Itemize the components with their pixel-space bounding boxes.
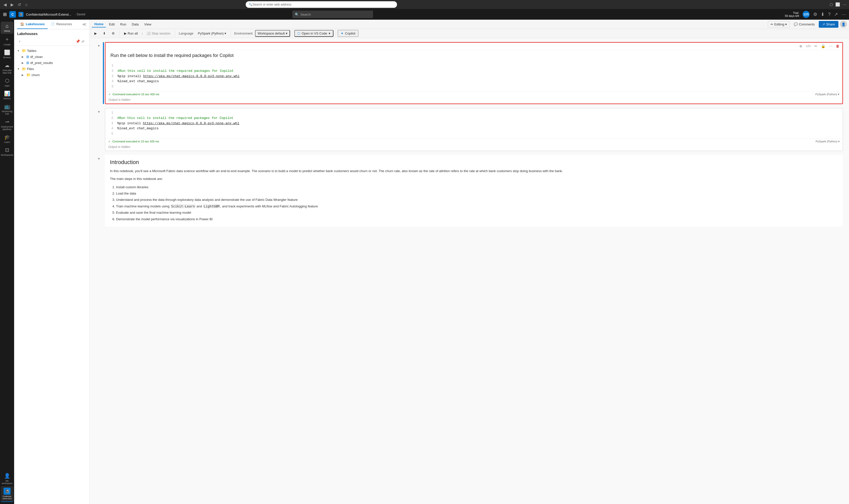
settings-icon[interactable]: ⚙ — [813, 12, 817, 17]
intro-left-bar: ▼ — [96, 155, 102, 227]
address-bar[interactable]: 🔍 Search or enter web address — [246, 1, 397, 8]
chevron-down-icon: ▼ — [17, 49, 21, 52]
left-panel-header: Lakehouses — [14, 29, 89, 38]
notebook-icon: 📓 — [18, 12, 23, 17]
collapse-intro-button[interactable]: ▼ — [97, 157, 100, 161]
output-hidden-label-2[interactable]: Output is hidden — [105, 144, 843, 151]
sidebar-item-monitoring[interactable]: 📺 Monitoring hub — [1, 102, 13, 117]
menu-bar: Home Edit Run Data View ✏ Editing ▾ 💬 Co… — [90, 20, 849, 29]
menu-item-home[interactable]: Home — [92, 21, 106, 28]
user-avatar-btn[interactable]: 👤 — [840, 21, 847, 28]
list-item: Understand and process the data through … — [116, 197, 838, 203]
comments-button[interactable]: 💬 Comments — [791, 21, 817, 27]
sidebar-item-browse[interactable]: ⬜ Browse — [1, 48, 13, 60]
user-avatar[interactable]: 12S — [802, 11, 810, 18]
language-selector[interactable]: PySpark (Python) ▾ — [196, 31, 228, 36]
swap-icon[interactable]: ⇄ — [82, 39, 85, 43]
collapse-panel-button[interactable]: ≪ — [82, 20, 87, 29]
tab-icon[interactable]: ⬜ — [835, 2, 840, 7]
download-icon[interactable]: ⬇ — [821, 12, 825, 17]
code-area-1[interactable]: 1 2 #Run this cell to install the requir… — [105, 61, 843, 91]
share-icon: ↗ — [822, 22, 825, 26]
collapse-cell-button[interactable]: ▼ — [97, 44, 100, 48]
play-icon: ▶ — [124, 32, 127, 35]
sidebar-item-onelake[interactable]: ☁ OneLake data hub — [1, 61, 13, 76]
intro-bar — [103, 155, 104, 227]
sidebar-item-myworkspace[interactable]: 👤 My workspace — [1, 471, 13, 486]
more-icon[interactable]: ⋯ — [828, 43, 833, 49]
learn-icon: 🎓 — [4, 134, 10, 140]
tree-item-tables[interactable]: ▼ 📁 Tables — [14, 48, 89, 54]
saved-indicator[interactable]: · Saved — [75, 13, 85, 16]
main-layout: ⌂ Home ＋ Create ⬜ Browse ☁ OneLake data … — [0, 20, 849, 504]
code-line-4: 4 %load_ext chat_magics — [108, 126, 840, 131]
cell-1-left-bar: ▼ — [96, 42, 102, 104]
cell-body-1[interactable]: ⊕ </> ✏ 🔒 ⋯ 🗑 Run the cell below to inst… — [105, 42, 843, 104]
help-icon[interactable]: ? — [828, 12, 831, 17]
open-vscode-button[interactable]: ⬡ Open in VS Code ▾ — [294, 30, 333, 37]
run-all-button[interactable]: ▶ Run all — [122, 31, 140, 36]
cell-body-2[interactable]: 1 2 #Run this cell to install the requir… — [105, 108, 843, 151]
stop-session-button[interactable]: ⬜ Stop session — [144, 31, 173, 36]
waffle-menu[interactable]: ⊞ — [3, 12, 7, 17]
tree-item-churn[interactable]: ▶ 📁 churn — [14, 72, 89, 78]
environment-selector[interactable]: Workspace default ▾ — [255, 30, 290, 37]
extensions-icon[interactable]: ⬡ — [830, 2, 833, 7]
code-line-5: 5 — [108, 131, 840, 137]
app-name: Confidential\Microsoft Extend... — [26, 13, 71, 16]
sidebar-item-customer[interactable]: 📓 Customer churn-513 — [1, 486, 13, 502]
code-icon[interactable]: </> — [805, 43, 812, 49]
copilot-button[interactable]: ✦ Copilot — [338, 30, 358, 37]
search-icon: 🔍 — [249, 3, 253, 6]
tab-lakehouses[interactable]: 🏠 Lakehouses — [17, 20, 48, 29]
forward-button[interactable]: ▶ — [10, 1, 15, 8]
menu-item-view[interactable]: View — [142, 21, 154, 27]
share-icon[interactable]: ↗ — [834, 12, 838, 17]
menu-item-edit[interactable]: Edit — [106, 21, 117, 27]
home-button[interactable]: ⌂ — [24, 1, 29, 8]
collapse-cell-button[interactable]: ▼ — [97, 110, 100, 114]
refresh-button[interactable]: ↺ — [17, 1, 22, 8]
chevron-right-icon: ▶ — [22, 74, 25, 76]
code-area-2[interactable]: 1 2 #Run this cell to install the requir… — [105, 108, 843, 139]
download-button[interactable]: ⬇ — [100, 31, 108, 36]
tree-item-files[interactable]: ▼ 📁 Files — [14, 66, 89, 72]
lock-icon[interactable]: 🔒 — [820, 43, 826, 49]
chevron-down-icon: ▾ — [286, 32, 288, 35]
more-icon[interactable]: ⋯ — [842, 12, 846, 17]
run-cell-button[interactable]: ▶ — [92, 31, 99, 36]
left-panel: 🏠 Lakehouses 📄 Resources ≪ Lakehouses 📌 … — [14, 20, 90, 504]
tab-resources[interactable]: 📄 Resources — [48, 20, 75, 29]
search-bar[interactable]: 🔍 Search — [292, 11, 373, 18]
sidebar-item-metrics[interactable]: 📊 Metrics — [1, 89, 13, 101]
workspaces-icon: ⊡ — [5, 147, 9, 153]
tree-item-df-clean[interactable]: ▶ ⊞ df_clean — [14, 54, 89, 60]
list-item: Install custom libraries — [116, 184, 838, 190]
chevron-down-icon: ▼ — [17, 68, 21, 70]
pencil-icon[interactable]: ✏ — [813, 43, 818, 49]
notebook-area[interactable]: ▼ ⊕ </> ✏ 🔒 ⋯ 🗑 Run the cell below to in… — [90, 38, 849, 504]
share-button[interactable]: ↗ Share — [819, 21, 838, 28]
sidebar-item-apps[interactable]: ⬡ Apps — [1, 76, 13, 88]
metrics-icon: 📊 — [4, 90, 10, 96]
lakehouse-search-input[interactable] — [19, 39, 74, 43]
app-titlebar: ⊞ C 📓 Confidential\Microsoft Extend... ·… — [0, 9, 849, 20]
settings-icon[interactable]: ⋯ — [843, 2, 847, 7]
tree-item-df-pred-results[interactable]: ▶ ⊞ df_pred_results — [14, 60, 89, 66]
sidebar-item-learn[interactable]: 🎓 Learn — [1, 132, 13, 145]
pin-icon[interactable]: 📌 — [76, 39, 80, 43]
settings-button[interactable]: ⚙ — [109, 31, 117, 36]
sidebar-item-create[interactable]: ＋ Create — [1, 34, 13, 47]
trial-badge: Trial: 59 days left — [785, 11, 799, 17]
menu-item-run[interactable]: Run — [118, 21, 129, 27]
sidebar-item-home[interactable]: ⌂ Home — [1, 22, 13, 34]
sidebar-item-deployment[interactable]: ⇀ Deployment pipelines — [1, 117, 13, 132]
stop-icon: ⬜ — [146, 32, 151, 35]
target-icon[interactable]: ⊕ — [798, 43, 803, 49]
output-hidden-label-1[interactable]: Output is hidden — [105, 97, 843, 104]
editing-button[interactable]: ✏ Editing ▾ — [768, 21, 790, 28]
menu-item-data[interactable]: Data — [129, 21, 141, 27]
back-button[interactable]: ◀ — [2, 1, 7, 8]
delete-icon[interactable]: 🗑 — [835, 43, 841, 49]
sidebar-item-workspaces[interactable]: ⊡ Workspaces — [1, 145, 13, 158]
